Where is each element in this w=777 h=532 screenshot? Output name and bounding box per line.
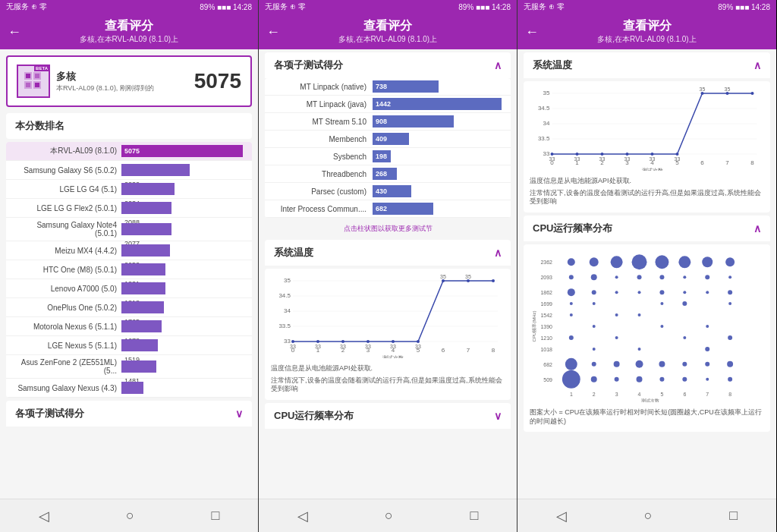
back-nav-2[interactable]: ◁ [282,505,323,527]
section-bench-header-1[interactable]: 各项子测试得分 ∨ [6,401,252,427]
svg-text:CPU频率(MHz): CPU频率(MHz) [531,311,536,342]
svg-text:2: 2 [593,392,596,397]
chevron-up-icon-temp-2: ∧ [494,247,502,259]
svg-text:7: 7 [706,392,709,397]
svg-text:2362: 2362 [540,260,552,265]
rank-bar-container: 2830 [121,164,243,176]
svg-rect-7 [35,83,39,87]
svg-point-136 [706,325,709,328]
chevron-up-icon-cpu-3: ∧ [753,222,761,235]
svg-point-70 [676,153,679,156]
cpu-freq-chart: 2362 2093 1862 1699 1542 1390 1210 1018 … [524,244,770,432]
svg-text:34.5: 34.5 [278,292,291,299]
bottom-nav-2: ◁ ○ □ [259,499,517,532]
status-right-3: 89% ■■■ 14:28 [718,3,770,11]
page-title-2: 查看评分 [265,18,511,34]
svg-point-140 [728,335,732,340]
svg-text:33.5: 33.5 [538,135,550,142]
section-cpu-header-2[interactable]: CPU运行频率分布 ∨ [265,403,511,429]
svg-point-145 [592,362,596,367]
rank-label: 本RVL-AL09 (8.1.0) [15,146,121,156]
rank-label: Samsung Galaxy Note4 (5.0.1) [15,221,121,238]
home-nav-2[interactable]: ○ [370,505,408,527]
svg-text:34: 34 [284,307,291,314]
temp-chart-3: 35 34.5 34 33.5 33 0 1 2 3 4 5 6 7 8 测试次… [524,81,770,212]
svg-point-125 [728,290,732,294]
status-right-1: 89% ■■■ 14:28 [200,3,252,11]
rank-bar [121,282,165,294]
status-left-3: 无服务 ⊕ 零 [524,2,565,12]
bench-label: MT Stream 5.10 [274,118,373,126]
svg-point-67 [601,153,604,156]
score-card: BETA 多核 本RVL-AL09 (8.1.0), 刚刚得到的 [6,55,252,107]
status-right-2: 89% ■■■ 14:28 [458,3,511,11]
svg-point-134 [593,325,596,328]
rank-bar-container: 1831 [121,263,243,275]
temperature-svg-3: 35 34.5 34 33.5 33 0 1 2 3 4 5 6 7 8 测试次… [530,87,764,171]
svg-point-141 [593,348,596,351]
recent-nav-3[interactable]: □ [714,505,753,527]
page-subtitle-2: 多核,在本RVL-AL09 (8.1.0)上 [265,34,511,45]
svg-point-72 [726,92,729,95]
recent-nav-1[interactable]: □ [196,505,234,527]
svg-text:7: 7 [467,347,470,354]
phone-panel-1: 无服务 ⊕ 零 89% ■■■ 14:28 ← 查看评分 多核,在本RVL-AL… [0,0,259,532]
rank-label: Samsung Galaxy S6 (5.0.2) [15,166,121,175]
bench-value: 430 [376,187,387,195]
svg-rect-5 [35,74,39,78]
rank-label: LGE LG G Flex2 (5.0.1) [15,204,121,212]
svg-point-73 [751,92,754,95]
svg-point-119 [592,290,596,294]
svg-point-107 [678,256,690,268]
svg-point-32 [392,340,395,343]
svg-text:1699: 1699 [540,301,552,307]
home-nav-1[interactable]: ○ [111,505,149,527]
bench-bar: 198 [373,150,391,162]
bench-bar-container: 198 [373,150,502,162]
bench-value: 409 [376,135,387,143]
section-bench-header-2[interactable]: 各项子测试得分 ∧ [265,52,511,78]
svg-text:33: 33 [599,156,606,162]
svg-point-28 [291,340,294,343]
rank-value: 5075 [124,147,140,155]
page-title-1: 查看评分 [6,18,252,34]
rank-label: Motorola Nexus 6 (5.1.1) [15,323,121,331]
rank-bar [121,263,165,275]
svg-text:35: 35 [440,275,446,279]
svg-point-128 [660,302,663,305]
back-nav-3[interactable]: ◁ [541,505,582,527]
svg-text:33: 33 [415,344,421,349]
section-cpu-header-3[interactable]: CPU运行频率分布 ∧ [524,216,770,241]
rank-bar-container: 5075 [121,145,243,157]
svg-text:35: 35 [465,275,471,279]
page-subtitle-1: 多核,在本RVL-AL09 (8.1.0)上 [6,34,252,45]
rank-bar-container: 2234 [121,183,243,195]
rank-bar-container: 2052 [121,244,243,257]
back-nav-1[interactable]: ◁ [24,505,64,527]
recent-nav-2[interactable]: □ [455,505,493,527]
svg-point-127 [593,302,596,305]
svg-text:33: 33 [675,156,681,162]
section-temp-header-3[interactable]: 系统温度 ∧ [524,52,770,78]
bench-item: Sysbench 198 [265,148,511,165]
svg-point-30 [341,340,344,343]
svg-point-142 [638,348,641,351]
bench-label: Sysbench [274,153,373,161]
rank-label: LGE LG G4 (5.1) [15,185,121,194]
section-temp-header-2[interactable]: 系统温度 ∧ [265,240,511,266]
svg-text:33: 33 [624,156,631,162]
page-title-3: 查看评分 [524,18,770,34]
content-2: 各项子测试得分 ∧ MT Linpack (native) 738 MT Lin… [259,49,517,499]
phone-panel-3: 无服务 ⊕ 零 89% ■■■ 14:28 ← 查看评分 多核,在本RVL-AL… [517,0,776,532]
bench-value: 198 [376,153,387,160]
svg-text:测试次数: 测试次数 [641,398,659,402]
temp-chart-2: 35 34.5 34 33.5 33 0 1 2 3 4 5 6 7 [265,269,511,400]
ranking-item: Samsung Galaxy S6 (5.0.2) 2830 [6,161,252,180]
svg-point-143 [705,347,709,351]
click-more[interactable]: 点击柱状图以获取更多测试节 [259,221,517,237]
rank-label: Lenovo A7000 (5.0) [15,285,121,293]
status-left-1: 无服务 ⊕ 零 [6,2,47,12]
svg-point-108 [702,257,713,267]
home-nav-3[interactable]: ○ [629,505,668,527]
svg-point-159 [728,377,732,382]
